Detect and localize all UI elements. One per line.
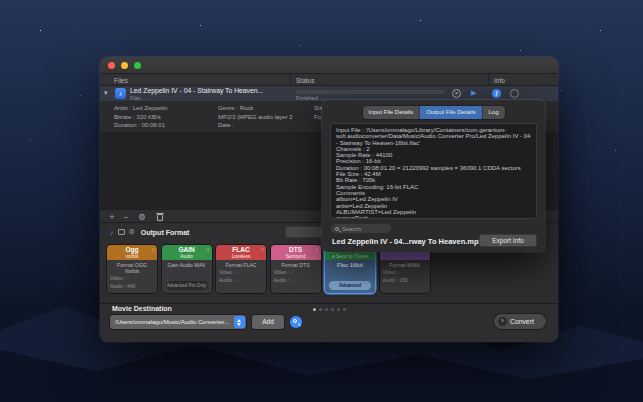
music-note-icon: ♫ bbox=[151, 246, 155, 252]
format-card-dts[interactable]: ♫ DTS Surround Format DTS Video : - Audi… bbox=[271, 245, 321, 293]
format-card-wma[interactable]: ♫ WMA Format WMA Video : - Audio : 256 bbox=[380, 245, 430, 293]
panel-tabs: Input File Details Output File Details L… bbox=[362, 106, 504, 119]
music-note-icon: ♫ bbox=[206, 246, 210, 252]
card-body: Format FLAC Video : - Audio : - bbox=[216, 260, 266, 293]
details-column-2: Genre : RockMP2/3 (MPEG audio layer 2Dat… bbox=[218, 104, 293, 130]
table-header: Files Status Info bbox=[100, 74, 558, 86]
send-to-itunes-label: Send to iTunes bbox=[336, 254, 368, 259]
output-format-label: Output Format bbox=[141, 229, 190, 236]
card-body: Flac 16bit Advanced bbox=[325, 260, 375, 293]
video-bitrate: Video : - bbox=[219, 269, 263, 276]
card-body: Gain Audio WAV Advanced Pro Only bbox=[162, 260, 212, 293]
video-bitrate: Video : - bbox=[383, 269, 427, 276]
file-subtitle: Flac ... bbox=[130, 95, 147, 101]
table-row[interactable]: ▾ ♪ Led Zeppelin IV - 04 - Stairway To H… bbox=[100, 86, 558, 101]
search-placeholder: Search bbox=[342, 226, 361, 232]
advanced-pro-only-button[interactable]: Advanced Pro Only bbox=[166, 281, 208, 290]
column-files: Files bbox=[114, 77, 128, 84]
audio-bitrate: Audio : - bbox=[219, 277, 263, 284]
format-subtitle: Lossless bbox=[216, 254, 266, 260]
settings-button[interactable]: ⚙ bbox=[136, 211, 148, 223]
zoom-button[interactable] bbox=[134, 62, 141, 69]
detail-line: Artist : Led Zeppelin bbox=[114, 104, 167, 113]
format-subtitle: vorbis bbox=[107, 254, 157, 260]
format-title: DTS bbox=[271, 246, 321, 254]
detail-line: Date : bbox=[218, 121, 293, 130]
page-dot[interactable] bbox=[319, 308, 322, 311]
minimize-button[interactable] bbox=[121, 62, 128, 69]
card-header: ♫ FLAC Lossless bbox=[216, 245, 266, 260]
detail-line: Bitrate : 320 KB/s bbox=[114, 113, 167, 122]
detail-line: Genre : Rock bbox=[218, 104, 293, 113]
disclosure-triangle-icon[interactable]: ▾ bbox=[104, 89, 108, 97]
format-card-flac[interactable]: ♫ FLAC Lossless Format FLAC Video : - Au… bbox=[216, 245, 266, 293]
page-dot[interactable] bbox=[313, 308, 316, 311]
video-category-icon[interactable] bbox=[118, 229, 125, 235]
page-dot[interactable] bbox=[337, 308, 340, 311]
format-title: FLAC bbox=[216, 246, 266, 254]
column-divider bbox=[488, 74, 489, 86]
itunes-dot-icon bbox=[332, 255, 335, 258]
play-icon[interactable]: ▶ bbox=[471, 89, 476, 97]
format-subtitle: Audio bbox=[162, 254, 212, 260]
progress-bar bbox=[296, 90, 444, 94]
card-body: Format WMA Video : - Audio : 256 bbox=[380, 260, 430, 293]
trash-button[interactable] bbox=[157, 214, 163, 221]
video-bitrate: Video : - bbox=[110, 275, 154, 282]
remove-file-button[interactable]: − bbox=[120, 211, 132, 223]
info-icon[interactable]: i bbox=[492, 89, 501, 98]
card-body: Format DTS Video : - Audio : - bbox=[271, 260, 321, 293]
tab-output-file-details[interactable]: Output File Details bbox=[419, 106, 481, 119]
page-dot[interactable] bbox=[325, 308, 328, 311]
page-dot[interactable] bbox=[331, 308, 334, 311]
format-card-ogg-vorbis[interactable]: ♫ Ogg vorbis Format OGG Vorbis Video : -… bbox=[107, 245, 157, 293]
destination-path: /Users/ommalago/Music/Audio Converter... bbox=[115, 319, 229, 325]
quicklook-icon[interactable] bbox=[510, 89, 519, 98]
details-column-1: Artist : Led ZeppelinBitrate : 320 KB/sD… bbox=[114, 104, 167, 130]
add-destination-button[interactable]: Add bbox=[252, 315, 284, 329]
detail-line: Duration : 00:08:01 bbox=[114, 121, 167, 130]
card-body: Format OGG Vorbis Video : - Audio : 440 bbox=[107, 260, 157, 293]
audio-bitrate: Audio : 256 bbox=[383, 277, 427, 284]
advanced-button[interactable]: Advanced bbox=[329, 281, 371, 290]
cancel-icon[interactable]: × bbox=[452, 89, 461, 98]
tab-input-file-details[interactable]: Input File Details bbox=[362, 106, 419, 119]
column-info: Info bbox=[494, 77, 505, 84]
column-divider bbox=[290, 74, 291, 86]
format-body-label: Format FLAC bbox=[219, 262, 263, 268]
format-body-label: Gain Audio WAV bbox=[165, 262, 209, 268]
format-title: GAIN bbox=[162, 246, 212, 254]
card-header: ♫ DTS Surround bbox=[271, 245, 321, 260]
magnifier-icon bbox=[293, 319, 297, 323]
format-body-label: Flac 16bit bbox=[328, 262, 372, 268]
audio-file-icon: ♪ bbox=[115, 88, 126, 99]
info-line: Input File : '/Users/ommalago/Library/Co… bbox=[336, 127, 531, 146]
stepper-icon bbox=[234, 316, 245, 328]
format-card-pro-selected[interactable]: ♫ PRO Send to iTunes Flac 16bit Advanced bbox=[325, 245, 375, 293]
section-divider bbox=[100, 303, 558, 304]
add-file-button[interactable]: + bbox=[106, 211, 118, 223]
format-body-label: Format WMA bbox=[383, 262, 427, 268]
format-cards-row: ♫ Ogg vorbis Format OGG Vorbis Video : -… bbox=[107, 245, 430, 293]
format-card-gain-audio[interactable]: ♫ GAIN Audio Gain Audio WAV Advanced Pro… bbox=[162, 245, 212, 293]
format-subtitle: Surround bbox=[271, 254, 321, 260]
output-format-header: ♪ ⚙ Output Format bbox=[110, 226, 189, 238]
format-settings-icon[interactable]: ⚙ bbox=[129, 228, 135, 236]
export-info-button[interactable]: Export Info bbox=[479, 234, 537, 247]
tab-log[interactable]: Log bbox=[482, 106, 505, 119]
reveal-in-finder-button[interactable] bbox=[290, 316, 302, 328]
chevron-right-icon: › bbox=[498, 317, 507, 326]
convert-button[interactable]: › Convert bbox=[494, 314, 546, 329]
music-note-icon: ♫ bbox=[260, 246, 264, 252]
audio-category-icon[interactable]: ♪ bbox=[110, 229, 114, 236]
info-panel: Input File Details Output File Details L… bbox=[322, 100, 545, 252]
panel-file-title: Led Zeppelin IV - 04...rway To Heaven.mp… bbox=[332, 237, 483, 246]
format-subtitle: Send to iTunes bbox=[325, 254, 375, 260]
file-title: Led Zeppelin IV - 04 - Stairway To Heave… bbox=[130, 87, 263, 94]
destination-select[interactable]: /Users/ommalago/Music/Audio Converter... bbox=[110, 315, 246, 329]
window-titlebar[interactable] bbox=[100, 57, 558, 74]
close-button[interactable] bbox=[108, 62, 115, 69]
page-dot[interactable] bbox=[343, 308, 346, 311]
card-header: ♫ GAIN Audio bbox=[162, 245, 212, 260]
search-input[interactable]: Search bbox=[330, 223, 392, 234]
